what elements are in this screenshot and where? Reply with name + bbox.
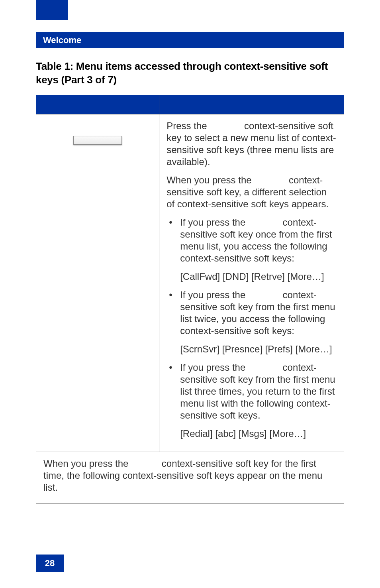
table-header-left — [36, 95, 159, 114]
list-item: If you press the context-sensitive soft … — [166, 216, 337, 264]
table-header-right — [159, 95, 344, 114]
table-cell-right: Press the context-sensitive soft key to … — [159, 114, 344, 452]
list-item: If you press the context-sensitive soft … — [166, 362, 337, 421]
table-footrow: When you press the context-sensitive sof… — [36, 452, 344, 503]
page-number: 28 — [45, 558, 55, 568]
table-caption: Table 1: Menu items accessed through con… — [36, 60, 344, 87]
list-item: If you press the context-sensitive soft … — [166, 289, 337, 337]
table-footrow-cell: When you press the context-sensitive sof… — [36, 452, 344, 503]
softkey-sequence: [ScrnSvr] [Presnce] [Prefs] [More…] — [166, 343, 337, 355]
table-cell-left — [36, 114, 159, 452]
section-header: Welcome — [36, 32, 344, 48]
bullet-list: If you press the context-sensitive soft … — [166, 362, 337, 421]
softkey-sequence: [CallFwd] [DND] [Retrve] [More…] — [166, 271, 337, 283]
page-content: Table 1: Menu items accessed through con… — [36, 60, 344, 503]
paragraph: Press the context-sensitive soft key to … — [166, 120, 337, 168]
table-header-row — [36, 95, 344, 114]
text: Press the — [166, 120, 210, 131]
table-row: Press the context-sensitive soft key to … — [36, 114, 344, 452]
softkey-sequence: [Redial] [abc] [Msgs] [More…] — [166, 428, 337, 440]
text: If you press the — [180, 362, 248, 373]
text: If you press the — [180, 289, 248, 300]
text: If you press the — [180, 217, 248, 228]
bullet-list: If you press the context-sensitive soft … — [166, 216, 337, 264]
page-number-box: 28 — [36, 555, 64, 572]
text: When you press the — [166, 175, 254, 185]
header-accent-bar — [36, 0, 68, 20]
bullet-list: If you press the context-sensitive soft … — [166, 289, 337, 337]
paragraph: When you press the context-sensitive sof… — [166, 174, 337, 210]
softkey-icon — [73, 136, 122, 145]
section-header-label: Welcome — [43, 35, 81, 45]
context-keys-table: Press the context-sensitive soft key to … — [36, 95, 344, 503]
text: When you press the — [43, 458, 131, 469]
